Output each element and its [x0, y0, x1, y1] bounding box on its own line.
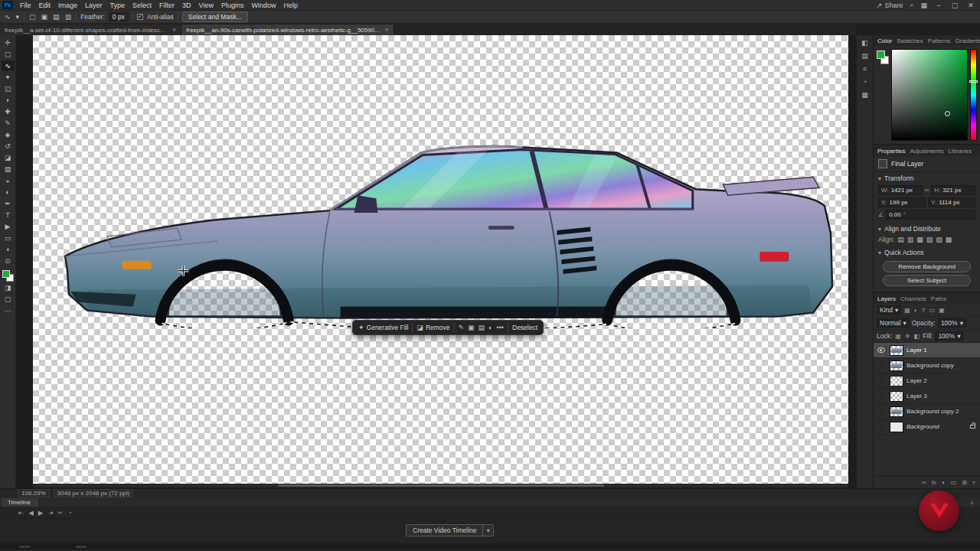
tab-layers[interactable]: Layers: [877, 295, 896, 302]
more-options-icon[interactable]: •••: [497, 324, 504, 331]
delete-layer-icon[interactable]: ▿: [972, 479, 975, 486]
layer-thumbnail[interactable]: [890, 406, 903, 417]
foreground-color-swatch[interactable]: [2, 270, 10, 278]
tab-channels[interactable]: Channels: [900, 295, 926, 302]
layer-row-layer-3[interactable]: Layer 3: [874, 389, 980, 404]
workspace-icon[interactable]: ▦: [920, 2, 927, 9]
align-bottom-icon[interactable]: ▩: [946, 236, 952, 243]
menu-image[interactable]: Image: [54, 2, 81, 9]
visibility-toggle[interactable]: [876, 391, 887, 402]
fill-selection-icon[interactable]: ◐: [488, 324, 492, 331]
gradient-tool[interactable]: ▧: [2, 164, 15, 174]
visibility-toggle[interactable]: [876, 376, 887, 386]
filter-shape-icon[interactable]: ▭: [929, 307, 936, 314]
layer-thumbnail[interactable]: [890, 391, 903, 402]
search-icon[interactable]: ⌕: [910, 1, 913, 9]
type-tool[interactable]: T: [2, 210, 15, 220]
filter-pixel-icon[interactable]: ▦: [903, 307, 911, 314]
timeline-menu-icon[interactable]: ≡: [970, 500, 980, 507]
generative-fill-button[interactable]: ✦ Generative Fill: [358, 324, 408, 331]
marquee-tool[interactable]: ▢: [2, 49, 15, 60]
layer-name[interactable]: Background: [906, 423, 939, 430]
edit-toolbar-button[interactable]: ⋯: [2, 305, 15, 316]
tab-properties[interactable]: Properties: [877, 148, 905, 155]
layer-thumbnail[interactable]: [890, 360, 903, 371]
color-swatches[interactable]: [2, 270, 14, 282]
zoom-tool[interactable]: ⊙: [2, 256, 15, 266]
quick-mask-button[interactable]: ◨: [2, 282, 15, 293]
deselect-button[interactable]: Deselect: [512, 324, 537, 331]
blur-tool[interactable]: ◒: [2, 175, 15, 186]
horizontal-scrollbar[interactable]: [33, 484, 848, 487]
menu-help[interactable]: Help: [280, 2, 302, 9]
tab-swatches[interactable]: Swatches: [897, 37, 923, 44]
split-clip-icon[interactable]: ✂: [57, 509, 63, 517]
tool-preset-caret-icon[interactable]: ▾: [15, 13, 21, 21]
eyedropper-tool[interactable]: ◗: [2, 95, 15, 106]
visibility-toggle[interactable]: [876, 422, 887, 432]
menu-layer[interactable]: Layer: [81, 2, 106, 9]
tab-libraries[interactable]: Libraries: [949, 148, 972, 155]
document-tab-1[interactable]: freepik__a-set-of-10-different-shapes-cr…: [0, 24, 181, 35]
document-canvas[interactable]: ✦ Generative Fill ◪ Remove ✎ ▣ ▤ ◐ ••• D…: [33, 35, 848, 484]
screen-recorder-badge[interactable]: [919, 491, 959, 531]
healing-tool[interactable]: ✚: [2, 106, 15, 117]
share-button[interactable]: ↗ Share: [877, 2, 903, 9]
y-field[interactable]: Y: 1114 px: [928, 197, 975, 207]
menu-select[interactable]: Select: [129, 2, 155, 9]
filter-type-icon[interactable]: T: [921, 307, 926, 314]
menu-plugins[interactable]: Plugins: [217, 2, 248, 9]
align-right-icon[interactable]: ▦: [916, 236, 923, 243]
remove-button[interactable]: ◪ Remove: [416, 324, 449, 331]
layer-row-background-copy-2[interactable]: Background copy 2: [874, 404, 980, 419]
brushes-panel-icon[interactable]: ▦: [861, 91, 868, 99]
selection-add-icon[interactable]: ▣: [41, 13, 49, 21]
chevron-down-icon[interactable]: ▾: [878, 226, 881, 233]
create-video-timeline-button[interactable]: Create Video Timeline ▾: [406, 524, 494, 536]
close-button[interactable]: ✕: [966, 2, 975, 9]
anti-alias-checkbox[interactable]: ✓: [137, 14, 143, 20]
new-adjustment-icon[interactable]: ▭: [951, 479, 957, 486]
minimize-button[interactable]: –: [934, 2, 943, 9]
add-mask-icon[interactable]: ◐: [942, 479, 946, 486]
layer-row-background-copy[interactable]: Background copy: [874, 358, 980, 373]
path-select-tool[interactable]: ▶: [2, 221, 15, 232]
transform-selection-icon[interactable]: ▤: [479, 324, 485, 331]
history-panel-icon[interactable]: ◧: [861, 39, 868, 47]
filter-smart-icon[interactable]: ▣: [938, 307, 946, 314]
menu-view[interactable]: View: [195, 2, 217, 9]
x-field[interactable]: X: 199 px: [878, 197, 926, 207]
menu-filter[interactable]: Filter: [155, 2, 178, 9]
tab-gradients[interactable]: Gradients: [956, 37, 980, 44]
lock-pixels-icon[interactable]: ◧: [913, 333, 921, 340]
tab-patterns[interactable]: Patterns: [928, 37, 951, 44]
scrollbar-thumb[interactable]: [278, 484, 604, 487]
refine-edge-icon[interactable]: ✎: [459, 324, 465, 331]
lock-transparent-icon[interactable]: ▦: [894, 333, 902, 340]
layer-style-icon[interactable]: fx: [932, 479, 936, 486]
tab-close-icon[interactable]: ×: [172, 26, 176, 34]
menu-type[interactable]: Type: [106, 2, 129, 9]
clone-stamp-tool[interactable]: ◈: [2, 129, 15, 140]
eraser-tool[interactable]: ◪: [2, 152, 15, 163]
layer-name[interactable]: Layer 2: [906, 377, 927, 384]
layer-name[interactable]: Background copy: [906, 362, 954, 369]
comments-panel-icon[interactable]: ▤: [861, 52, 868, 60]
remove-background-button[interactable]: Remove Background: [883, 261, 971, 272]
tab-adjustments[interactable]: Adjustments: [910, 148, 943, 155]
panel-color-swatches[interactable]: [877, 49, 889, 141]
visibility-toggle[interactable]: [876, 345, 887, 356]
align-center-v-icon[interactable]: ▨: [936, 236, 942, 243]
layer-name[interactable]: Layer 3: [906, 393, 927, 399]
next-frame-button[interactable]: ⇥: [47, 509, 53, 517]
hue-slider-marker[interactable]: [969, 80, 978, 83]
clock-panel-icon[interactable]: ◔: [863, 78, 867, 86]
visibility-toggle[interactable]: [876, 360, 887, 371]
link-dimensions-icon[interactable]: ∞: [925, 187, 929, 194]
color-picker-marker[interactable]: [945, 111, 950, 116]
panel-foreground-swatch[interactable]: [877, 51, 885, 59]
play-button[interactable]: ▶: [38, 509, 44, 517]
selection-subtract-icon[interactable]: ▤: [52, 13, 60, 21]
tab-color[interactable]: Color: [877, 37, 892, 44]
select-subject-button[interactable]: Select Subject: [883, 275, 971, 286]
